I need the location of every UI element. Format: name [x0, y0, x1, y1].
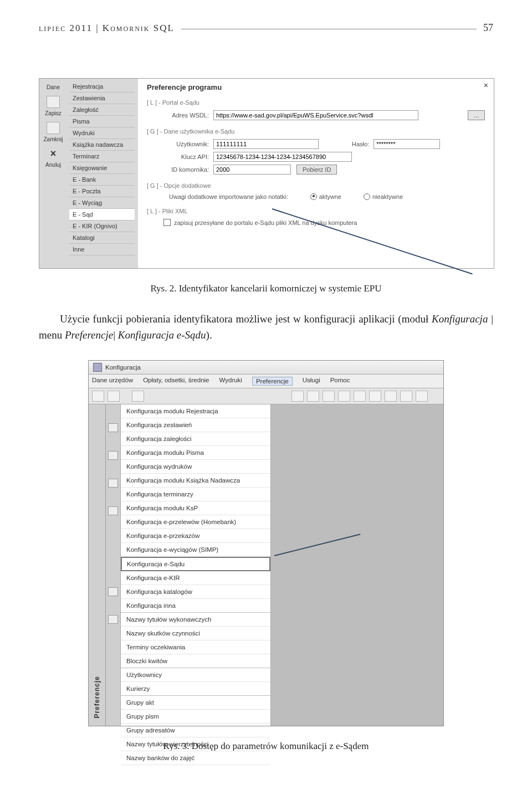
toolbar-icon[interactable] [132, 391, 144, 402]
dd-item[interactable]: Konfiguracja e-KIR [121, 571, 270, 585]
dd-item[interactable]: Terminy oczekiwania [121, 640, 270, 654]
toolbar-icon[interactable] [338, 391, 350, 402]
menu-item[interactable]: Rejestracja [69, 81, 135, 93]
para-italic: Konfiguracja e-Sądu [118, 329, 206, 341]
wsdl-browse-button[interactable]: ... [468, 110, 485, 120]
save-label: Zapisz [39, 110, 67, 116]
window-title: Konfiguracja [105, 364, 141, 371]
dd-item[interactable]: Konfiguracja terminarzy [121, 488, 270, 501]
dd-item[interactable]: Konfiguracja modułu Rejestracja [121, 404, 270, 418]
dd-item[interactable]: Nazwy tytułów wykonawczych [121, 613, 270, 627]
menu-item[interactable]: Katalogi [69, 232, 135, 244]
menu-item[interactable]: E - Wyciąg [69, 197, 135, 209]
save-xml-checkbox[interactable] [163, 219, 171, 226]
save-icon[interactable] [47, 96, 60, 108]
dd-item[interactable]: Użytkownicy [121, 668, 270, 682]
menu-item[interactable]: E - Poczta [69, 186, 135, 197]
preferences-dropdown: Konfiguracja modułu Rejestracja Konfigur… [121, 404, 271, 726]
menu-item[interactable]: Inne [69, 244, 135, 255]
dd-item[interactable]: Konfiguracja inna [121, 599, 270, 613]
close-icon[interactable] [47, 122, 60, 134]
toolbar-icon[interactable] [108, 391, 120, 402]
toolbar-icon[interactable] [369, 391, 381, 402]
menu-item[interactable]: Wydruki [219, 377, 242, 386]
dd-item[interactable]: Konfiguracja modułu Pisma [121, 446, 270, 460]
menu-item[interactable]: Dane urzędów [92, 377, 133, 386]
toolbar-icon[interactable] [354, 391, 366, 402]
radio-inactive[interactable] [364, 193, 370, 200]
dd-item[interactable]: Nazwy banków do zajęć [121, 751, 270, 765]
toolbar-icon[interactable] [307, 391, 319, 402]
dd-item[interactable]: Konfiguracja modułu KsP [121, 501, 270, 515]
para-text: | [113, 329, 118, 341]
screenshot-config-menu: Konfiguracja Dane urzędów Opłaty, odsetk… [88, 360, 444, 726]
dd-item[interactable]: Nazwy tytułów wierzytelności [121, 737, 270, 751]
toolbar-icons [89, 388, 443, 404]
header-left: lipiec 2011 | Komornik SQL [39, 23, 175, 34]
dd-item[interactable]: Grupy adresatów [121, 724, 270, 737]
menu-item-selected[interactable]: Preferencje [252, 377, 293, 386]
cancel-icon[interactable]: × [39, 148, 67, 160]
radio-inactive-label: nieaktywne [372, 193, 403, 200]
side-tab[interactable]: Preferencje [89, 404, 106, 726]
dd-item[interactable]: Konfiguracja wydruków [121, 460, 270, 474]
menu-item[interactable]: Książka nadawcza [69, 139, 135, 151]
menu-item[interactable]: E - KIR (Ognivo) [69, 221, 135, 232]
menu-item-selected[interactable]: E - Sąd [69, 209, 135, 221]
toolbar-icon[interactable] [291, 391, 304, 402]
dd-item[interactable]: Konfiguracja e-przekazów [121, 529, 270, 543]
menu-item[interactable]: Pisma [69, 116, 135, 127]
running-header: lipiec 2011 | Komornik SQL 57 [39, 22, 493, 34]
radio-active[interactable] [310, 193, 317, 200]
close-label: Zamknij [39, 136, 67, 142]
window-titlebar: Konfiguracja [89, 361, 443, 375]
preferences-content: × Preferencje programu [ L ] - Portal e-… [138, 79, 494, 268]
toolbar-icon[interactable] [400, 391, 412, 402]
dd-item[interactable]: Grupy akt [121, 696, 270, 710]
toolbar-icon[interactable] [92, 391, 104, 402]
menu-item[interactable]: Wydruki [69, 127, 135, 139]
fetch-id-button[interactable]: Pobierz ID [296, 165, 337, 175]
screenshot-preferences: Dane Zapisz Zamknij × Anuluj Rejestracja… [39, 78, 494, 269]
col-icon [108, 615, 118, 624]
toolbar-icon[interactable] [416, 391, 428, 402]
left-toolbar: Dane Zapisz Zamknij × Anuluj [39, 82, 67, 173]
id-input[interactable] [213, 165, 291, 175]
dd-item-selected[interactable]: Konfiguracja e-Sądu [121, 557, 270, 571]
wsdl-input[interactable] [213, 110, 418, 120]
id-label: ID komornika: [147, 166, 213, 173]
dd-item[interactable]: Bloczki kwitów [121, 654, 270, 668]
menu-item[interactable]: Księgowanie [69, 162, 135, 174]
col-icon [108, 506, 118, 515]
dd-item[interactable]: Konfiguracja katalogów [121, 585, 270, 599]
dd-item[interactable]: Konfiguracja e-przelewów (Homebank) [121, 515, 270, 529]
annotation-arrow [274, 534, 361, 556]
menu-item[interactable]: Zestawienia [69, 93, 135, 104]
col-icon [108, 479, 118, 488]
menu-item[interactable]: Usługi [303, 377, 320, 386]
col-icon [108, 423, 118, 432]
dd-item[interactable]: Nazwy skutków czynności [121, 627, 270, 640]
menu-item[interactable]: E - Bank [69, 174, 135, 186]
user-input[interactable] [213, 139, 319, 149]
password-input[interactable] [374, 139, 440, 149]
toolbar-icon[interactable] [323, 391, 335, 402]
window-close-icon[interactable]: × [484, 81, 488, 90]
panel-title: Preferencje programu [147, 83, 485, 91]
user-label: Użytkownik: [147, 141, 213, 147]
menu-item[interactable]: Opłaty, odsetki, średnie [143, 377, 209, 386]
dd-item[interactable]: Grupy pism [121, 710, 270, 724]
dd-item[interactable]: Konfiguracja modułu Książka Nadawcza [121, 474, 270, 488]
dd-item[interactable]: Konfiguracja zaległości [121, 432, 270, 446]
apikey-input[interactable] [213, 152, 352, 162]
menu-item[interactable]: Zaległość [69, 104, 135, 116]
menu-item[interactable]: Terminarz [69, 151, 135, 162]
dane-label: Dane [39, 84, 67, 90]
dd-item[interactable]: Kurierzy [121, 682, 270, 696]
dd-item[interactable]: Konfiguracja zestawień [121, 418, 270, 432]
toolbar-icon[interactable] [385, 391, 397, 402]
dd-item[interactable]: Konfiguracja e-wyciągów (SIMP) [121, 543, 270, 557]
menu-item[interactable]: Pomoc [330, 377, 350, 386]
header-rule [181, 29, 477, 29]
main-menubar: Dane urzędów Opłaty, odsetki, średnie Wy… [89, 375, 443, 388]
